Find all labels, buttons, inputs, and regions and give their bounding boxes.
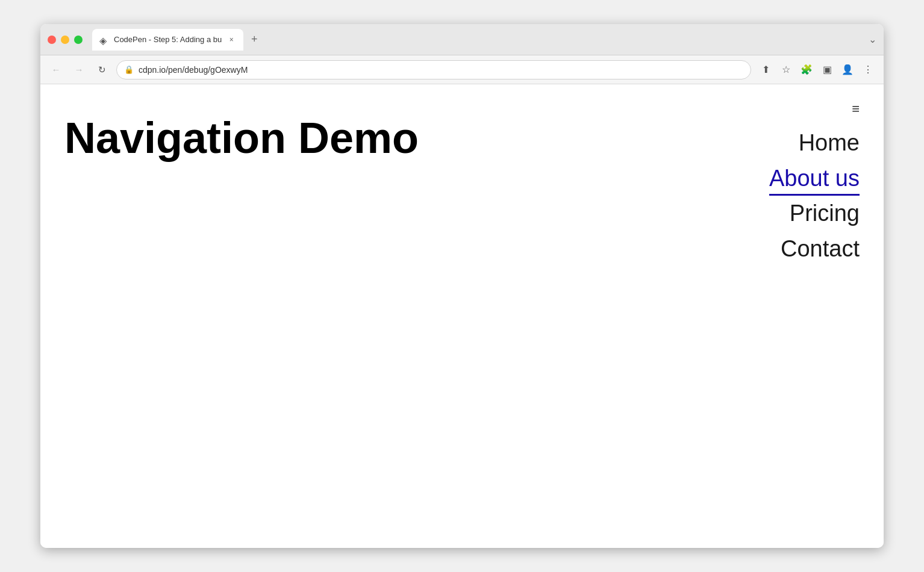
back-button[interactable]: ←: [48, 61, 64, 78]
bookmark-button[interactable]: ☆: [778, 61, 794, 78]
extensions-button[interactable]: 🧩: [798, 61, 815, 78]
close-button[interactable]: [48, 36, 56, 44]
page-main: Navigation Demo ≡ Home About us Pricing …: [40, 84, 884, 548]
profile-button[interactable]: 👤: [839, 61, 856, 78]
page-title: Navigation Demo: [64, 114, 860, 162]
nav-link-home[interactable]: Home: [799, 125, 860, 161]
url-text: cdpn.io/pen/debug/gOexwyM: [139, 65, 743, 75]
new-tab-button[interactable]: +: [246, 31, 263, 48]
lock-icon: 🔒: [124, 65, 134, 74]
nav-link-pricing[interactable]: Pricing: [790, 196, 860, 231]
browser-window: ◈ CodePen - Step 5: Adding a bu × + ⌄ ← …: [40, 24, 884, 548]
tab-close-button[interactable]: ×: [226, 35, 236, 45]
page-content: Navigation Demo ≡ Home About us Pricing …: [40, 84, 884, 548]
menu-button[interactable]: ⋮: [860, 61, 876, 78]
address-input[interactable]: 🔒 cdpn.io/pen/debug/gOexwyM: [116, 60, 751, 79]
active-tab[interactable]: ◈ CodePen - Step 5: Adding a bu ×: [92, 29, 243, 51]
nav-menu: ≡ Home About us Pricing Contact: [769, 102, 860, 267]
reload-button[interactable]: ↻: [93, 61, 110, 78]
address-bar: ← → ↻ 🔒 cdpn.io/pen/debug/gOexwyM ⬆ ☆ 🧩 …: [40, 55, 884, 84]
nav-link-about[interactable]: About us: [769, 161, 860, 196]
tab-title: CodePen - Step 5: Adding a bu: [114, 35, 222, 44]
share-button[interactable]: ⬆: [757, 61, 774, 78]
sidebar-button[interactable]: ▣: [819, 61, 835, 78]
tab-favicon-icon: ◈: [99, 35, 109, 45]
maximize-button[interactable]: [74, 36, 83, 44]
minimize-button[interactable]: [61, 36, 69, 44]
title-bar: ◈ CodePen - Step 5: Adding a bu × + ⌄: [40, 24, 884, 55]
nav-link-contact[interactable]: Contact: [781, 231, 860, 267]
forward-button[interactable]: →: [70, 61, 87, 78]
traffic-lights: [48, 36, 83, 44]
tab-bar: ◈ CodePen - Step 5: Adding a bu × + ⌄: [92, 29, 876, 51]
hamburger-icon[interactable]: ≡: [852, 102, 860, 116]
nav-links: Home About us Pricing Contact: [769, 125, 860, 267]
tab-dropdown-button[interactable]: ⌄: [869, 34, 876, 45]
toolbar-icons: ⬆ ☆ 🧩 ▣ 👤 ⋮: [757, 61, 876, 78]
